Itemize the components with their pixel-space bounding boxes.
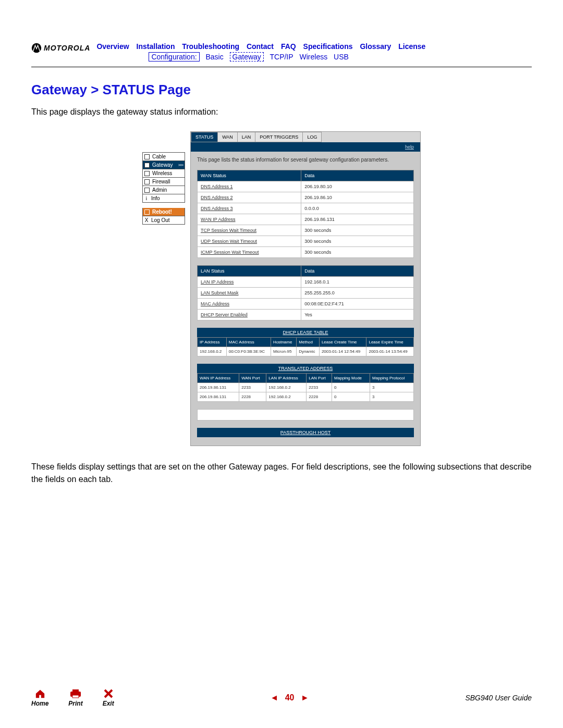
subnav-wireless[interactable]: Wireless — [300, 53, 328, 61]
passthrough-spacer — [197, 409, 414, 421]
page-title: Gateway > STATUS Page — [31, 82, 532, 98]
nav-contact[interactable]: Contact — [247, 42, 274, 51]
table-row: LAN IP Address192.168.0.1 — [198, 277, 414, 288]
subnav-tcpip[interactable]: TCP/IP — [270, 53, 293, 61]
table-row: MAC Address00:08:0E:D2:F4:71 — [198, 299, 414, 310]
panel-desc: This page lists the status information f… — [197, 157, 414, 163]
subnav-configuration[interactable]: Configuration: — [149, 52, 199, 61]
print-button[interactable]: Print — [68, 688, 82, 707]
subnav-basic[interactable]: Basic — [205, 53, 223, 61]
table-row: 206.19.86.1312228192.168.0.2 222803 — [198, 392, 414, 402]
sidenav-wireless[interactable]: Wireless — [142, 169, 185, 178]
table-row: DNS Address 30.0.0.0 — [198, 203, 414, 214]
page-number: ◄ 40 ► — [114, 693, 466, 702]
dhcp-lease-table: IP AddressMAC AddressHostname MethodLeas… — [197, 337, 414, 356]
tab-port-triggers[interactable]: PORT TRIGGERS — [255, 132, 303, 142]
sidenav-logout[interactable]: XLog Out — [142, 216, 185, 225]
sidenav-gateway[interactable]: Gateway>>> — [142, 161, 185, 169]
table-row: ICMP Session Wait Timeout300 seconds — [198, 247, 414, 258]
table-row: DHCP Server EnabledYes — [198, 310, 414, 320]
help-link[interactable]: help — [405, 144, 414, 150]
sidenav-cable[interactable]: Cable — [142, 152, 185, 161]
exit-button[interactable]: Exit — [103, 688, 114, 707]
prev-page-arrow[interactable]: ◄ — [270, 693, 278, 702]
table-row: 206.19.86.1312233192.168.0.2 223303 — [198, 383, 414, 392]
nav-overview[interactable]: Overview — [96, 42, 129, 51]
table-row: UDP Session Wait Timeout300 seconds — [198, 236, 414, 247]
app-panel: STATUS WAN LAN PORT TRIGGERS LOG help Th… — [190, 131, 421, 446]
table-row: WAN IP Address206.19.86.131 — [198, 214, 414, 225]
subnav-usb[interactable]: USB — [334, 53, 349, 61]
tab-status[interactable]: STATUS — [191, 132, 218, 142]
table-row: TCP Session Wait Timeout300 seconds — [198, 225, 414, 236]
nav-license[interactable]: License — [398, 42, 425, 51]
nav-faq[interactable]: FAQ — [281, 42, 296, 51]
svg-rect-2 — [72, 689, 79, 692]
subnav-gateway[interactable]: Gateway — [230, 52, 264, 61]
brand-logo: MOTOROLA — [31, 43, 90, 53]
nav-specs[interactable]: Specifications — [303, 42, 353, 51]
table-row: DNS Address 2206.19.86.10 — [198, 192, 414, 203]
table-row: LAN Subnet Mask255.255.255.0 — [198, 288, 414, 299]
page-footer: Home Print Exit ◄ 40 ► SBG940 User Guide — [31, 688, 532, 707]
header-divider — [31, 67, 532, 67]
next-page-arrow[interactable]: ► — [301, 693, 309, 702]
tab-log[interactable]: LOG — [303, 132, 322, 142]
side-nav: Cable Gateway>>> Wireless Firewall Admin… — [142, 152, 185, 225]
translated-caption: TRANSLATED ADDRESS — [197, 364, 414, 373]
wan-status-table: WAN StatusData DNS Address 1206.19.80.10… — [197, 170, 414, 258]
top-nav: Overview Installation Troubleshooting Co… — [96, 42, 532, 61]
outro-text: These fields display settings that are s… — [31, 461, 532, 485]
nav-troubleshooting[interactable]: Troubleshooting — [182, 42, 239, 51]
guide-name: SBG940 User Guide — [465, 694, 532, 702]
translated-address-table: WAN IP AddressWAN PortLAN IP Address LAN… — [197, 373, 414, 402]
nav-glossary[interactable]: Glossary — [360, 42, 391, 51]
table-row: DNS Address 1206.19.80.10 — [198, 181, 414, 192]
help-bar: help — [191, 142, 420, 152]
sidenav-reboot[interactable]: Reboot! — [142, 208, 185, 216]
dhcp-caption: DHCP LEASE TABLE — [197, 328, 414, 337]
tab-bar: STATUS WAN LAN PORT TRIGGERS LOG — [191, 132, 420, 142]
passthrough-caption: PASSTHROUGH HOST — [197, 428, 414, 437]
sidenav-info[interactable]: iInfo — [142, 194, 185, 203]
svg-rect-3 — [72, 695, 79, 698]
lan-status-table: LAN StatusData LAN IP Address192.168.0.1… — [197, 265, 414, 320]
tab-wan[interactable]: WAN — [218, 132, 238, 142]
nav-installation[interactable]: Installation — [137, 42, 175, 51]
sidenav-firewall[interactable]: Firewall — [142, 178, 185, 186]
intro-text: This page displays the gateway status in… — [31, 107, 532, 117]
sidenav-admin[interactable]: Admin — [142, 186, 185, 194]
home-button[interactable]: Home — [31, 688, 48, 707]
tab-lan[interactable]: LAN — [238, 132, 256, 142]
table-row: 192.168.0.200:C0:F0:3B:3E:9CMicron-95 Dy… — [198, 347, 414, 356]
